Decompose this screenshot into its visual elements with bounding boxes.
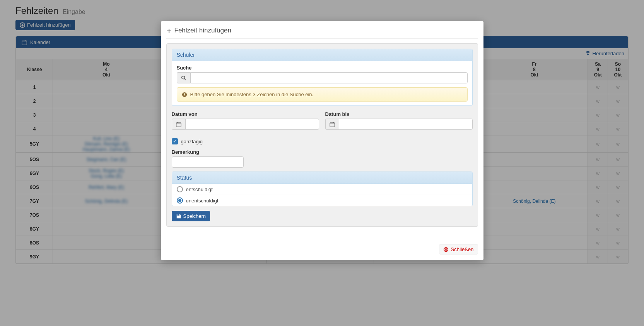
search-warning-text: Bitte geben Sie mindestens 3 Zeichen in … bbox=[190, 92, 314, 97]
save-label: Speichern bbox=[183, 213, 206, 219]
calendar-icon bbox=[330, 122, 335, 127]
allday-checkbox-row[interactable]: ✓ ganztägig bbox=[172, 138, 473, 144]
radio-icon bbox=[177, 186, 183, 192]
status-option[interactable]: entschuldigt bbox=[172, 184, 472, 195]
date-from-input[interactable] bbox=[185, 119, 319, 130]
date-to-addon[interactable] bbox=[325, 119, 339, 130]
status-option[interactable]: unentschuldigt bbox=[172, 195, 472, 206]
svg-point-2 bbox=[181, 76, 184, 79]
status-panel: Status entschuldigtunentschuldigt bbox=[172, 171, 473, 206]
allday-label: ganztägig bbox=[181, 139, 203, 144]
date-from-addon[interactable] bbox=[172, 119, 185, 130]
modal-title: Fehlzeit hinzufügen bbox=[166, 27, 478, 39]
plus-icon bbox=[166, 28, 172, 33]
date-from-label: Datum von bbox=[172, 111, 319, 117]
date-to-input[interactable] bbox=[339, 119, 473, 130]
date-to-label: Datum bis bbox=[325, 111, 473, 117]
save-button[interactable]: Speichern bbox=[172, 211, 210, 221]
close-icon bbox=[443, 247, 449, 252]
note-label: Bemerkung bbox=[172, 149, 473, 155]
add-absence-modal: Fehlzeit hinzufügen Schüler Suche bbox=[161, 21, 483, 260]
modal-title-text: Fehlzeit hinzufügen bbox=[174, 27, 231, 34]
search-warning: Bitte geben Sie mindestens 3 Zeichen in … bbox=[177, 87, 468, 102]
student-panel: Schüler Suche bbox=[172, 49, 473, 106]
status-option-label: unentschuldigt bbox=[186, 198, 219, 204]
status-option-label: entschuldigt bbox=[186, 187, 213, 192]
student-panel-heading: Schüler bbox=[172, 49, 472, 61]
svg-point-4 bbox=[184, 95, 185, 96]
search-label: Suche bbox=[177, 65, 468, 71]
allday-checkbox[interactable]: ✓ bbox=[172, 138, 178, 144]
svg-rect-5 bbox=[176, 122, 181, 127]
exclamation-icon bbox=[182, 92, 187, 97]
modal-form: Schüler Suche bbox=[166, 43, 478, 227]
status-panel-heading: Status bbox=[172, 172, 472, 184]
save-icon bbox=[176, 214, 181, 219]
search-addon bbox=[177, 72, 190, 83]
calendar-icon bbox=[176, 122, 181, 127]
note-input[interactable] bbox=[172, 156, 244, 168]
close-button[interactable]: Schließen bbox=[439, 244, 478, 255]
close-label: Schließen bbox=[451, 246, 473, 252]
radio-icon bbox=[177, 197, 183, 204]
search-icon bbox=[181, 75, 186, 81]
svg-rect-6 bbox=[330, 122, 334, 127]
search-input[interactable] bbox=[190, 72, 468, 83]
